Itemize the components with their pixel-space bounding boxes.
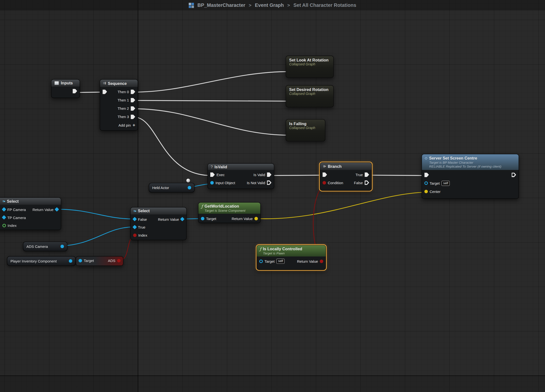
node-branch[interactable]: ⋔ Branch True Condition False xyxy=(320,162,372,191)
is-valid-exec-pin[interactable] xyxy=(267,172,272,177)
tp-camera-pin[interactable] xyxy=(2,215,6,220)
node-inputs[interactable]: Inputs xyxy=(51,79,80,98)
target-pin[interactable] xyxy=(201,217,204,220)
self-reference-box[interactable]: self xyxy=(276,259,285,264)
node-subtitle: RELIABLE Replicated To Server (if owning… xyxy=(429,164,501,168)
held-actor-output-pin[interactable] xyxy=(188,186,191,189)
variable-label: Player Inventory Component xyxy=(10,259,57,263)
node-ads-camera[interactable]: ADS Camera xyxy=(23,241,67,251)
return-value-pin[interactable] xyxy=(254,217,258,220)
wire-exec-branch-true-to-server[interactable] xyxy=(367,175,426,175)
node-subtitle: Collapsed Graph xyxy=(286,62,333,66)
true-pin[interactable] xyxy=(132,225,137,229)
fp-camera-pin[interactable] xyxy=(2,207,6,211)
server-event-icon: ◇ xyxy=(425,156,427,160)
breadcrumb-root[interactable]: BP_MasterCharacter xyxy=(197,2,245,8)
wire-exec-then0-to-set-look-at-rotation[interactable] xyxy=(134,71,290,92)
wire-exec-isvalid-to-branch[interactable] xyxy=(269,175,324,175)
node-is-locally-controlled[interactable]: ƒ Is Locally Controlled Target is Pawn T… xyxy=(256,245,326,270)
breadcrumb-bar: BP_MasterCharacter > Event Graph > Set A… xyxy=(0,0,545,10)
pin-label: Target xyxy=(84,259,94,263)
node-ilc-header: ƒ Is Locally Controlled Target is Pawn xyxy=(257,245,326,257)
pin-label: Target xyxy=(206,216,216,221)
target-pin[interactable] xyxy=(424,181,428,185)
pin-label: True xyxy=(355,172,363,177)
pin-label: Return Value xyxy=(32,207,53,211)
exec-input-pin[interactable] xyxy=(102,90,107,94)
node-get-world-location[interactable]: ƒ GetWorldLocation Target is Scene Compo… xyxy=(198,202,261,223)
false-pin[interactable] xyxy=(132,217,137,221)
exec-input-pin[interactable] xyxy=(323,172,327,177)
node-select-cameras[interactable]: ≡▸ Select FP Camera Return Value TP Came… xyxy=(0,197,61,230)
breadcrumb-event-graph[interactable]: Event Graph xyxy=(255,2,284,8)
ads-output-pin[interactable] xyxy=(117,259,121,262)
variable-label: ADS Camera xyxy=(26,244,48,249)
then1-exec-pin[interactable] xyxy=(131,98,135,102)
exec-output-pin[interactable] xyxy=(512,172,516,177)
pin-label: FP Camera xyxy=(7,207,26,211)
pin-label: Condition xyxy=(328,181,343,185)
inventory-output-pin[interactable] xyxy=(69,259,72,263)
node-gwl-header: ƒ GetWorldLocation Target is Scene Compo… xyxy=(199,203,261,214)
blueprint-editor: Inputs ⇉ Sequence Then 0 Then 1 Then 2 xyxy=(0,0,545,392)
pin-label: TP Camera xyxy=(7,215,26,220)
node-branch-header: ⋔ Branch xyxy=(320,163,372,170)
index-pin[interactable] xyxy=(2,224,6,227)
then3-exec-pin[interactable] xyxy=(131,114,135,119)
pin-label: Then 0 xyxy=(118,90,129,94)
pin-label: Target xyxy=(430,181,440,185)
node-isvalid[interactable]: ? IsValid Exec Is Valid Input Object Is … xyxy=(208,163,274,189)
pin-label: Index xyxy=(8,223,17,227)
node-select-ads[interactable]: ≡▸ Select False Return Value True Index xyxy=(130,207,187,240)
node-sequence[interactable]: ⇉ Sequence Then 0 Then 1 Then 2 Then 3 A… xyxy=(100,79,138,131)
node-server-header: ◇ Server Set Screen Centre Target is BP … xyxy=(422,154,519,170)
center-pin[interactable] xyxy=(424,190,428,193)
node-held-actor[interactable]: Held Actor xyxy=(149,183,195,192)
input-object-pin[interactable] xyxy=(210,181,214,184)
node-inputs-header: Inputs xyxy=(51,80,80,86)
node-ads-flag[interactable]: Target ADS xyxy=(76,256,123,266)
index-pin[interactable] xyxy=(133,233,137,237)
false-exec-pin[interactable] xyxy=(365,180,369,185)
wire-exec-then2-to-is-falling[interactable] xyxy=(134,109,290,135)
node-select-ads-header: ≡▸ Select xyxy=(131,208,186,214)
wire-vec-gwl-return-to-server-center[interactable] xyxy=(256,192,426,219)
pin-label: Then 2 xyxy=(118,106,129,111)
breadcrumb-current-graph[interactable]: Set All Character Rotations xyxy=(293,2,356,8)
return-value-pin[interactable] xyxy=(320,260,323,263)
target-pin[interactable] xyxy=(259,260,263,263)
select-icon: ≡▸ xyxy=(133,209,136,213)
node-title: Is Locally Controlled xyxy=(263,247,302,251)
pin-label: Return Value xyxy=(158,217,179,221)
node-server-set-screen-centre[interactable]: ◇ Server Set Screen Centre Target is BP … xyxy=(422,154,519,199)
exec-output-pin[interactable] xyxy=(73,89,77,93)
node-title: Sequence xyxy=(108,81,127,85)
add-pin-button[interactable]: Add pin+ xyxy=(119,123,135,127)
condition-pin[interactable] xyxy=(323,181,326,184)
ads-camera-output-pin[interactable] xyxy=(61,245,64,248)
true-exec-pin[interactable] xyxy=(365,172,369,177)
node-is-falling[interactable]: Is Falling Collapsed Graph xyxy=(286,119,325,141)
pin-label: True xyxy=(138,225,145,229)
node-title: GetWorldLocation xyxy=(204,204,245,209)
target-pin[interactable] xyxy=(79,259,82,262)
wire-exec-then3-to-isvalid[interactable] xyxy=(134,117,211,175)
self-reference-box[interactable]: self xyxy=(442,181,450,186)
node-title: Select xyxy=(7,199,19,203)
return-value-pin[interactable] xyxy=(55,207,59,211)
return-value-pin[interactable] xyxy=(180,217,184,221)
wire-exec-then1-to-set-desired-rotation[interactable] xyxy=(134,101,290,101)
then0-exec-pin[interactable] xyxy=(131,90,135,94)
node-set-desired-rotation[interactable]: Set Desired Rotation Collapsed Graph xyxy=(286,85,334,107)
node-subtitle: Collapsed Graph xyxy=(286,92,333,96)
wire-obj-select-cameras-to-select-false[interactable] xyxy=(57,209,134,219)
node-select-cameras-header: ≡▸ Select xyxy=(0,198,61,205)
plus-icon: + xyxy=(132,123,135,127)
then2-exec-pin[interactable] xyxy=(131,106,135,111)
exec-input-pin[interactable] xyxy=(424,172,429,177)
node-player-inventory-component[interactable]: Player Inventory Component xyxy=(7,256,76,266)
node-set-look-at-rotation[interactable]: Set Look At Rotation Collapsed Graph xyxy=(286,56,334,78)
exec-input-pin[interactable] xyxy=(210,172,215,177)
is-not-valid-exec-pin[interactable] xyxy=(267,180,272,185)
wire-obj-ads-camera-to-select-true[interactable] xyxy=(57,227,134,246)
